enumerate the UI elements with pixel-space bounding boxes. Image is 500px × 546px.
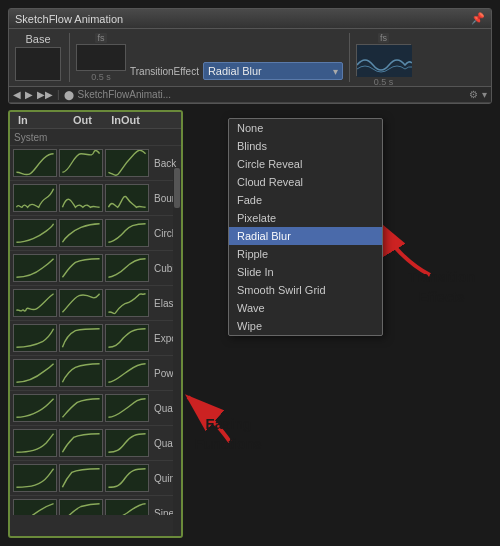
easing-scrollbar[interactable] <box>173 167 181 536</box>
easing-row-quintic[interactable]: Quintic <box>10 461 181 496</box>
curve-power-inout <box>105 359 149 387</box>
easing-row-exponential[interactable]: Exponential <box>10 321 181 356</box>
separator: | <box>57 89 60 100</box>
next-button[interactable]: ▶▶ <box>37 89 53 100</box>
system-label: System <box>14 132 47 143</box>
curve-bounce-in <box>13 184 57 212</box>
easing-row-elastic[interactable]: Elastic <box>10 286 181 321</box>
divider-2 <box>349 33 350 82</box>
base-label: Base <box>25 33 50 45</box>
transition-effects-label: TransitionEffects <box>408 268 475 307</box>
timeline-toolbar: Base fs 0.5 s TransitionEffect Radial Bl… <box>9 29 491 87</box>
svg-rect-13 <box>15 290 56 316</box>
curve-back-inout <box>105 149 149 177</box>
curve-bounce-out <box>59 184 103 212</box>
menu-item-wave[interactable]: Wave <box>229 299 382 317</box>
menu-item-blinds[interactable]: Blinds <box>229 137 382 155</box>
curve-sine-inout <box>105 499 149 515</box>
frame-block-last: fs 0.5 s <box>356 33 411 82</box>
curve-power-in <box>13 359 57 387</box>
menu-item-pixelate[interactable]: Pixelate <box>229 209 382 227</box>
curve-exp-out <box>59 324 103 352</box>
svg-rect-14 <box>61 290 102 316</box>
curve-elastic-in <box>13 289 57 317</box>
curve-quart-in <box>13 429 57 457</box>
easing-functions-label: EasingFunctions <box>195 415 262 454</box>
menu-item-none[interactable]: None <box>229 119 382 137</box>
settings-icon[interactable]: ⚙ <box>469 89 478 100</box>
easing-row-back[interactable]: Back <box>10 146 181 181</box>
menu-item-fade[interactable]: Fade <box>229 191 382 209</box>
curve-exp-in <box>13 324 57 352</box>
curve-elastic-inout <box>105 289 149 317</box>
menu-item-circle-reveal[interactable]: Circle Reveal <box>229 155 382 173</box>
curve-back-in <box>13 149 57 177</box>
easing-functions-text: EasingFunctions <box>195 416 262 452</box>
play-button[interactable]: ▶ <box>25 89 33 100</box>
menu-item-wipe[interactable]: Wipe <box>229 317 382 335</box>
easing-row-cubic[interactable]: Cubic <box>10 251 181 286</box>
curve-circle-in <box>13 219 57 247</box>
curve-power-out <box>59 359 103 387</box>
menu-item-cloud-reveal[interactable]: Cloud Reveal <box>229 173 382 191</box>
fs-label-last: fs <box>378 33 389 43</box>
prev-button[interactable]: ◀ <box>13 89 21 100</box>
transition-dropdown[interactable]: Radial Blur ▾ <box>203 62 343 80</box>
base-frame-block: Base <box>13 33 63 82</box>
playback-bar: ◀ ▶ ▶▶ | ⬤ SketchFlowAnimati... ⚙ ▾ <box>9 87 491 103</box>
curve-quad-inout <box>105 394 149 422</box>
menu-item-slide-in[interactable]: Slide In <box>229 263 382 281</box>
wave-svg <box>357 45 412 77</box>
curve-quad-in <box>13 394 57 422</box>
base-thumbnail <box>15 47 61 81</box>
divider-1 <box>69 33 70 82</box>
easing-row-quartic[interactable]: Quartic <box>10 426 181 461</box>
window-title: SketchFlow Animation <box>15 13 123 25</box>
sketchflow-window: SketchFlow Animation 📌 Base fs 0.5 s Tra… <box>8 8 492 104</box>
transition-container: TransitionEffect Radial Blur ▾ <box>130 33 343 82</box>
curve-quint-inout <box>105 464 149 492</box>
menu-item-radial-blur[interactable]: Radial Blur <box>229 227 382 245</box>
curve-sine-out <box>59 499 103 515</box>
easing-row-circle[interactable]: Circle <box>10 216 181 251</box>
path-text: SketchFlowAnimati... <box>78 89 465 100</box>
pin-icon[interactable]: 📌 <box>471 12 485 25</box>
transition-effects-text: TransitionEffects <box>408 269 475 305</box>
col-in: In <box>14 114 61 126</box>
scrollbar-thumb <box>174 168 180 208</box>
curve-quint-in <box>13 464 57 492</box>
curve-sine-in <box>13 499 57 515</box>
transition-menu[interactable]: None Blinds Circle Reveal Cloud Reveal F… <box>228 118 383 336</box>
easing-row-bounce[interactable]: Bounce <box>10 181 181 216</box>
title-bar: SketchFlow Animation 📌 <box>9 9 491 29</box>
transition-row: TransitionEffect Radial Blur ▾ <box>130 62 343 80</box>
curve-cubic-in <box>13 254 57 282</box>
easing-row-sine[interactable]: Sine <box>10 496 181 515</box>
easing-row-quadratic[interactable]: Quadratic <box>10 391 181 426</box>
col-inout: InOut <box>104 114 147 126</box>
curve-quart-inout <box>105 429 149 457</box>
easing-rows-container: Back Bounce Circle <box>10 146 181 515</box>
frame-block-1: fs 0.5 s <box>76 33 126 82</box>
time-label-1: 0.5 s <box>91 72 111 82</box>
more-icon[interactable]: ▾ <box>482 89 487 100</box>
transition-label: TransitionEffect <box>130 66 199 77</box>
easing-panel: In Out InOut System Back <box>8 110 183 538</box>
frame-thumb-last <box>356 44 411 76</box>
curve-exp-inout <box>105 324 149 352</box>
menu-item-smooth-swirl[interactable]: Smooth Swirl Grid <box>229 281 382 299</box>
frame-thumb-1 <box>76 44 126 71</box>
easing-row-power[interactable]: Power <box>10 356 181 391</box>
menu-item-ripple[interactable]: Ripple <box>229 245 382 263</box>
curve-quart-out <box>59 429 103 457</box>
record-icon: ⬤ <box>64 90 74 100</box>
curve-circle-out <box>59 219 103 247</box>
col-out: Out <box>61 114 104 126</box>
title-controls: 📌 <box>471 12 485 25</box>
curve-bounce-inout <box>105 184 149 212</box>
svg-rect-0 <box>357 45 412 77</box>
time-label-last: 0.5 s <box>374 77 394 87</box>
curve-quint-out <box>59 464 103 492</box>
fs-label-1: fs <box>95 33 106 43</box>
system-row: System <box>10 129 181 146</box>
